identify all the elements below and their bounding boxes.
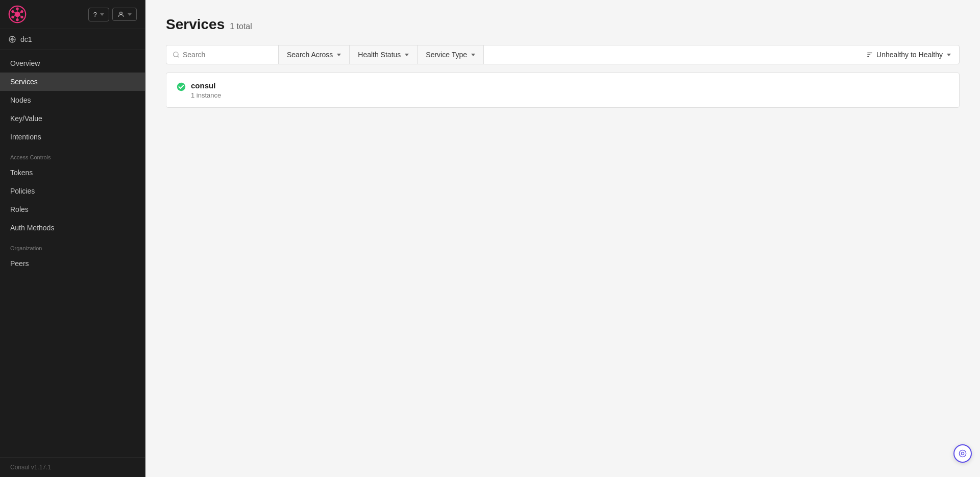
sidebar-item-nodes[interactable]: Nodes bbox=[0, 91, 145, 109]
search-wrapper bbox=[166, 45, 279, 64]
svg-line-12 bbox=[14, 15, 15, 16]
consul-logo bbox=[8, 5, 27, 23]
service-type-chevron-icon bbox=[471, 54, 475, 56]
service-info: consul 1 instance bbox=[191, 81, 949, 99]
datacenter-item[interactable]: dc1 bbox=[0, 29, 145, 50]
svg-point-21 bbox=[177, 83, 186, 91]
svg-point-5 bbox=[16, 18, 18, 21]
sidebar-item-policies[interactable]: Policies bbox=[0, 182, 145, 200]
search-across-chevron-icon bbox=[337, 54, 341, 56]
datacenter-name: dc1 bbox=[20, 35, 32, 43]
service-name: consul bbox=[191, 81, 949, 90]
sidebar-nav: Overview Services Nodes Key/Value Intent… bbox=[0, 50, 145, 457]
main-content-area: Services 1 total Search Across Health St… bbox=[145, 0, 980, 477]
sort-label: Unhealthy to Healthy bbox=[876, 51, 943, 59]
header-buttons: ? bbox=[88, 8, 137, 21]
service-health-icon bbox=[177, 82, 186, 93]
sidebar-item-intentions[interactable]: Intentions bbox=[0, 128, 145, 146]
svg-point-17 bbox=[174, 52, 178, 57]
sidebar-header: ? bbox=[0, 0, 145, 29]
consul-logo-icon bbox=[8, 5, 27, 23]
filter-bar: Search Across Health Status Service Type bbox=[166, 45, 960, 64]
user-button[interactable] bbox=[112, 8, 137, 21]
chat-bubble-button[interactable] bbox=[953, 444, 972, 463]
search-across-dropdown[interactable]: Search Across bbox=[279, 45, 350, 64]
service-type-label: Service Type bbox=[426, 51, 467, 59]
svg-line-13 bbox=[14, 12, 15, 13]
help-button[interactable]: ? bbox=[88, 8, 109, 21]
table-row[interactable]: consul 1 instance bbox=[166, 73, 959, 107]
service-list: consul 1 instance bbox=[166, 73, 960, 108]
sidebar-item-services[interactable]: Services bbox=[0, 73, 145, 91]
sidebar-item-overview[interactable]: Overview bbox=[0, 54, 145, 73]
svg-point-2 bbox=[16, 8, 18, 10]
help-chevron-icon bbox=[100, 13, 104, 16]
search-icon bbox=[173, 51, 180, 58]
sort-icon bbox=[866, 51, 873, 58]
svg-point-23 bbox=[959, 450, 966, 457]
svg-point-14 bbox=[120, 12, 122, 14]
access-controls-label: Access Controls bbox=[0, 146, 145, 163]
search-input[interactable] bbox=[183, 45, 272, 64]
organization-label: Organization bbox=[0, 237, 145, 254]
svg-point-22 bbox=[961, 452, 964, 455]
datacenter-icon bbox=[8, 35, 16, 43]
user-icon bbox=[117, 11, 125, 18]
version-label: Consul v1.17.1 bbox=[10, 464, 51, 471]
sidebar-item-roles[interactable]: Roles bbox=[0, 200, 145, 219]
sidebar-item-auth-methods[interactable]: Auth Methods bbox=[0, 219, 145, 237]
search-across-label: Search Across bbox=[287, 51, 333, 59]
help-icon: ? bbox=[93, 11, 97, 18]
svg-line-9 bbox=[20, 12, 21, 13]
page-title: Services bbox=[166, 16, 225, 33]
sidebar-item-peers[interactable]: Peers bbox=[0, 254, 145, 273]
page-count: 1 total bbox=[230, 22, 252, 31]
service-type-dropdown[interactable]: Service Type bbox=[418, 45, 484, 64]
svg-point-1 bbox=[15, 12, 20, 17]
health-status-chevron-icon bbox=[405, 54, 409, 56]
user-chevron-icon bbox=[128, 13, 132, 16]
service-instances: 1 instance bbox=[191, 91, 949, 99]
sidebar-item-tokens[interactable]: Tokens bbox=[0, 163, 145, 182]
svg-line-10 bbox=[20, 15, 21, 16]
sidebar-item-key-value[interactable]: Key/Value bbox=[0, 109, 145, 128]
health-status-label: Health Status bbox=[358, 51, 401, 59]
sort-chevron-icon bbox=[947, 54, 951, 56]
health-status-dropdown[interactable]: Health Status bbox=[350, 45, 418, 64]
chat-icon bbox=[959, 449, 967, 458]
sidebar: ? dc1 Overview Services Nodes bbox=[0, 0, 145, 477]
sidebar-footer: Consul v1.17.1 bbox=[0, 457, 145, 477]
sort-dropdown[interactable]: Unhealthy to Healthy bbox=[858, 45, 959, 64]
page-title-row: Services 1 total bbox=[166, 16, 960, 33]
